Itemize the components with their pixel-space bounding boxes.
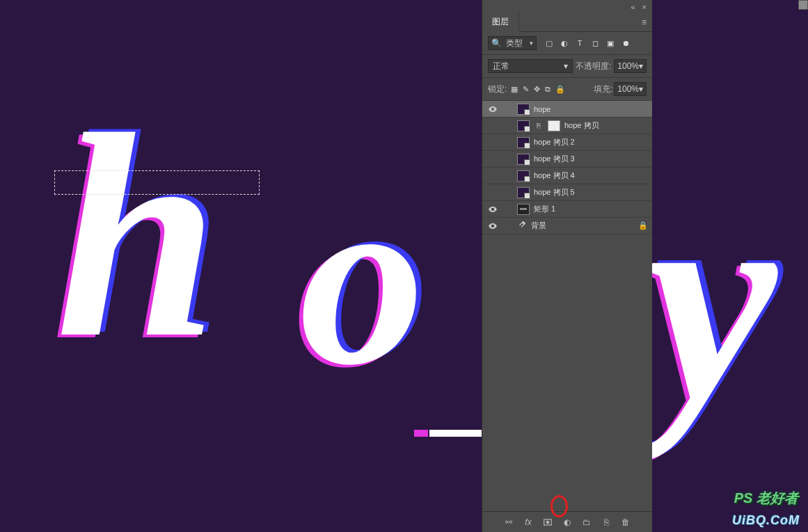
layer-name[interactable]: hope 拷贝 (564, 120, 599, 131)
layer-row[interactable]: hope 拷贝 4 (482, 168, 652, 184)
visibility-toggle[interactable] (486, 170, 499, 182)
filter-kind-dropdown[interactable]: 🔍 类型 ▾ (488, 36, 537, 50)
layer-row[interactable]: 矩形 1 (482, 201, 652, 218)
filter-toggle[interactable]: ⏺ (620, 38, 631, 49)
layer-row[interactable]: hope 拷贝 2 (482, 134, 652, 151)
brush-icon (517, 220, 527, 232)
lock-label: 锁定: (488, 83, 507, 95)
panel-close-icon[interactable]: × (642, 3, 647, 11)
layer-thumb[interactable] (517, 204, 530, 215)
lock-all-icon[interactable]: 🔒 (555, 85, 565, 94)
blend-row: 正常 ▾ 不透明度: 100% ▾ (482, 55, 652, 78)
opacity-value: 100% (617, 61, 639, 71)
art-underline-magenta (414, 430, 428, 437)
fill-label: 填充: (594, 83, 612, 95)
lock-row: 锁定: ▦ ✎ ✥ ⧉ 🔒 填充: 100% ▾ (482, 78, 652, 101)
layer-row[interactable]: 背景 🔒 (482, 218, 652, 234)
visibility-toggle[interactable] (486, 203, 499, 216)
layer-name[interactable]: hope 拷贝 5 (534, 187, 575, 198)
tab-layers[interactable]: 图层 (482, 12, 519, 32)
search-icon: 🔍 (491, 38, 502, 48)
new-group-button[interactable]: 🗀 (581, 517, 592, 528)
layer-name[interactable]: hope 拷贝 3 (534, 154, 575, 164)
panel-tabs: 图层 ≡ (482, 13, 652, 32)
filter-adjust-icon[interactable]: ◐ (559, 38, 570, 49)
link-icon[interactable]: ⎘ (534, 121, 544, 131)
lock-artboard-icon[interactable]: ⧉ (545, 85, 550, 94)
canvas[interactable]: hhh ooo yyy (0, 0, 808, 532)
filter-smart-icon[interactable]: ▣ (605, 38, 616, 49)
layer-row[interactable]: ⎘ hope 拷贝 (482, 118, 652, 134)
lock-icon: 🔒 (638, 221, 648, 230)
lock-transparent-icon[interactable]: ▦ (511, 85, 518, 94)
watermark-url: UiBQ.CoM (732, 513, 800, 528)
panel-footer: ⚯ fx ◐ 🗀 ⎘ 🗑 (482, 511, 652, 532)
delete-layer-button[interactable]: 🗑 (620, 517, 631, 528)
filter-pixel-icon[interactable]: ▢ (544, 38, 555, 49)
blend-mode-dropdown[interactable]: 正常 ▾ (488, 59, 573, 73)
visibility-toggle[interactable] (486, 153, 499, 166)
layer-row[interactable]: hope 拷贝 3 (482, 151, 652, 168)
lock-paint-icon[interactable]: ✎ (523, 85, 529, 94)
filter-row: 🔍 类型 ▾ ▢ ◐ T ◻ ▣ ⏺ (482, 32, 652, 55)
layer-thumb[interactable] (517, 137, 530, 148)
layer-mask-thumb[interactable] (548, 120, 560, 131)
fill-input[interactable]: 100% ▾ (614, 82, 647, 96)
filter-kind-label: 类型 (506, 38, 523, 49)
svg-point-1 (546, 520, 550, 524)
layer-thumb[interactable] (517, 120, 530, 131)
layer-thumb[interactable] (517, 187, 530, 198)
fill-value: 100% (617, 84, 639, 94)
opacity-input[interactable]: 100% ▾ (614, 59, 647, 73)
opacity-label: 不透明度: (576, 61, 611, 72)
visibility-toggle[interactable] (486, 120, 499, 132)
layer-name[interactable]: hope 拷贝 4 (534, 170, 575, 181)
layers-panel: « × 图层 ≡ 🔍 类型 ▾ ▢ ◐ T ◻ ▣ ⏺ 正常 ▾ 不透明度: 1… (482, 0, 652, 532)
chevron-down-icon: ▾ (639, 61, 643, 71)
chevron-down-icon: ▾ (530, 40, 533, 47)
panel-menu-icon[interactable]: ≡ (636, 15, 652, 30)
layer-name[interactable]: 背景 (531, 220, 546, 231)
new-layer-button[interactable]: ⎘ (601, 517, 612, 528)
filter-shape-icon[interactable]: ◻ (589, 38, 601, 49)
layer-list: hope ⎘ hope 拷贝 hope 拷贝 2 hope 拷贝 3 (482, 101, 652, 511)
layer-name[interactable]: 矩形 1 (534, 204, 555, 214)
fx-button[interactable]: fx (523, 517, 534, 528)
corner-tab[interactable] (798, 0, 808, 10)
layer-thumb[interactable] (517, 104, 530, 115)
visibility-toggle[interactable] (486, 103, 499, 115)
visibility-toggle[interactable] (486, 220, 499, 232)
layer-thumb[interactable] (517, 154, 530, 165)
link-layers-button[interactable]: ⚯ (503, 517, 514, 528)
chevron-down-icon: ▾ (639, 84, 643, 94)
selection-marquee[interactable] (54, 170, 260, 195)
visibility-toggle[interactable] (486, 136, 499, 149)
layer-row[interactable]: hope 拷贝 5 (482, 184, 652, 201)
layer-row[interactable]: hope (482, 101, 652, 118)
lock-position-icon[interactable]: ✥ (534, 85, 540, 94)
layer-name[interactable]: hope 拷贝 2 (534, 137, 575, 147)
add-mask-button[interactable] (542, 517, 553, 528)
art-underline-white (429, 430, 482, 437)
filter-text-icon[interactable]: T (574, 38, 585, 49)
layer-thumb[interactable] (517, 170, 530, 182)
panel-collapse-icon[interactable]: « (631, 3, 635, 11)
blend-mode-value: 正常 (493, 61, 509, 72)
chevron-down-icon: ▾ (564, 61, 568, 71)
watermark-text: PS 老好者 (734, 489, 798, 508)
visibility-toggle[interactable] (486, 186, 499, 199)
new-adjustment-button[interactable]: ◐ (562, 517, 573, 528)
layer-name[interactable]: hope (534, 105, 550, 113)
